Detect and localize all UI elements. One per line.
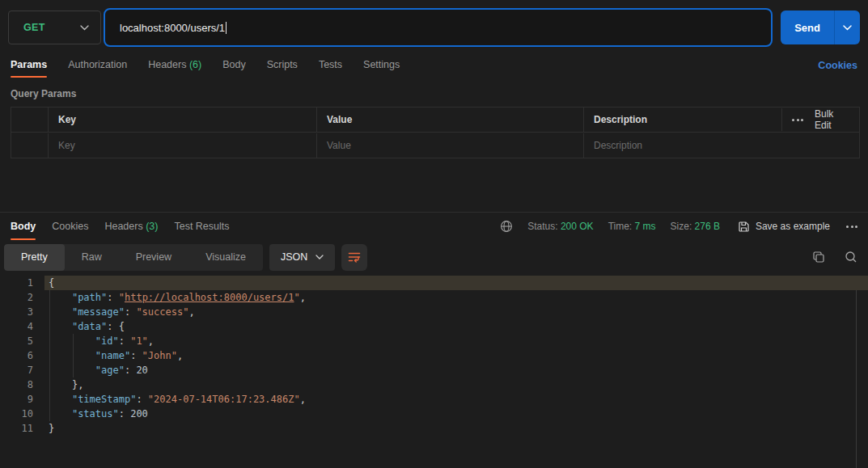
code-line: 7 "age": 20 xyxy=(0,363,868,377)
response-section: Body Cookies Headers (3) Test Results St… xyxy=(0,212,868,468)
response-meta: Status: 200 OK Time: 7 ms Size: 276 B Sa… xyxy=(500,220,857,233)
line-number: 10 xyxy=(0,407,44,421)
response-headers-count-badge: (3) xyxy=(146,221,158,232)
chevron-down-icon xyxy=(80,25,89,31)
bulk-edit-button[interactable]: Bulk Edit xyxy=(815,108,849,131)
format-label: JSON xyxy=(281,251,307,263)
tab-tests[interactable]: Tests xyxy=(319,54,342,78)
line-number: 6 xyxy=(0,348,44,363)
response-tab-body[interactable]: Body xyxy=(11,213,36,240)
url-input[interactable]: localhost:8000/users/1 xyxy=(104,8,773,47)
request-bar: GET localhost:8000/users/1 Send xyxy=(0,0,868,53)
save-as-example-button[interactable]: Save as example xyxy=(738,221,830,233)
code-line: 6 "name": "John", xyxy=(0,348,868,363)
status-group: Status: 200 OK xyxy=(527,221,593,232)
view-preview[interactable]: Preview xyxy=(119,244,188,271)
more-options-icon[interactable] xyxy=(792,119,803,121)
query-params-table: Key Value Description Bulk Edit Key Valu… xyxy=(11,107,860,158)
view-visualize[interactable]: Visualize xyxy=(188,244,263,271)
tab-headers[interactable]: Headers (6) xyxy=(148,54,201,78)
response-tab-cookies[interactable]: Cookies xyxy=(52,213,88,240)
cookies-link[interactable]: Cookies xyxy=(818,60,857,71)
toolbar-right-icons xyxy=(812,251,857,264)
tab-params[interactable]: Params xyxy=(11,54,47,78)
value-input[interactable]: Value xyxy=(316,133,583,158)
response-editor-lines: 1{2 "path": "http://localhost:8000/users… xyxy=(0,276,868,436)
status-label: Status: xyxy=(527,221,557,232)
line-number: 1 xyxy=(0,276,44,290)
save-icon xyxy=(738,221,750,233)
send-label[interactable]: Send xyxy=(781,11,834,44)
headers-count-badge: (6) xyxy=(189,59,201,70)
time-group: Time: 7 ms xyxy=(608,221,656,232)
size-label: Size: xyxy=(671,221,692,232)
tab-settings[interactable]: Settings xyxy=(363,54,400,78)
response-tab-headers[interactable]: Headers (3) xyxy=(104,213,158,240)
size-value: 276 B xyxy=(695,221,720,232)
response-editor[interactable]: 1{2 "path": "http://localhost:8000/users… xyxy=(0,276,868,468)
query-params-placeholder-row: Key Value Description xyxy=(11,132,859,158)
network-globe-icon[interactable] xyxy=(500,220,513,233)
code-line: 9 "timeStamp": "2024-07-14T06:17:23.486Z… xyxy=(0,392,868,407)
send-options-button[interactable] xyxy=(835,11,860,44)
code-line: 11} xyxy=(0,421,868,436)
column-header-description: Description xyxy=(583,108,781,132)
tab-scripts[interactable]: Scripts xyxy=(267,54,298,78)
response-more-options-icon[interactable] xyxy=(846,226,857,228)
status-value: 200 OK xyxy=(561,221,594,232)
code-line: 4 "data": { xyxy=(0,319,868,334)
code-line: 10 "status": 200 xyxy=(0,407,868,421)
response-toolbar: Pretty Raw Preview Visualize JSON xyxy=(0,240,868,272)
code-line: 8 }, xyxy=(0,377,868,392)
save-as-example-label: Save as example xyxy=(756,221,830,232)
view-raw[interactable]: Raw xyxy=(65,244,119,271)
line-number: 5 xyxy=(0,334,44,348)
line-number: 3 xyxy=(0,305,44,319)
copy-icon[interactable] xyxy=(812,251,825,264)
column-header-key: Key xyxy=(48,108,316,132)
size-group: Size: 276 B xyxy=(671,221,720,232)
description-input[interactable]: Description xyxy=(583,133,859,158)
response-header: Body Cookies Headers (3) Test Results St… xyxy=(0,213,868,240)
line-number: 7 xyxy=(0,363,44,377)
chevron-down-icon xyxy=(315,255,324,259)
select-all-cell[interactable] xyxy=(11,113,48,126)
wrap-text-button[interactable] xyxy=(341,244,367,271)
request-tabs: Params Authorization Headers (6) Body Sc… xyxy=(0,53,868,78)
code-line: 5 "id": "1", xyxy=(0,334,868,348)
json-link[interactable]: http://localhost:8000/users/1 xyxy=(125,292,294,303)
format-dropdown[interactable]: JSON xyxy=(269,244,335,271)
bulk-edit-cell: Bulk Edit xyxy=(781,108,859,131)
query-params-header-row: Key Value Description Bulk Edit xyxy=(11,108,859,132)
send-button[interactable]: Send xyxy=(781,11,860,44)
key-input[interactable]: Key xyxy=(48,133,316,158)
tab-authorization[interactable]: Authorization xyxy=(68,54,127,78)
time-label: Time: xyxy=(608,221,633,232)
response-tab-test-results[interactable]: Test Results xyxy=(174,213,229,240)
method-label: GET xyxy=(23,22,45,33)
view-pretty[interactable]: Pretty xyxy=(4,244,65,271)
time-value: 7 ms xyxy=(635,221,656,232)
text-caret xyxy=(226,22,227,34)
code-line: 2 "path": "http://localhost:8000/users/1… xyxy=(0,290,868,305)
line-number: 11 xyxy=(0,421,44,436)
search-icon[interactable] xyxy=(845,251,857,264)
code-line: 3 "message": "success", xyxy=(0,305,868,319)
column-header-value: Value xyxy=(316,108,583,132)
view-switcher: Pretty Raw Preview Visualize xyxy=(4,244,263,271)
line-number: 2 xyxy=(0,290,44,305)
row-checkbox-cell[interactable] xyxy=(11,139,48,152)
line-number: 9 xyxy=(0,392,44,407)
method-selector[interactable]: GET xyxy=(8,11,101,44)
url-value: localhost:8000/users/1 xyxy=(120,22,225,34)
tab-body[interactable]: Body xyxy=(222,54,246,78)
line-number: 8 xyxy=(0,377,44,392)
code-line: 1{ xyxy=(0,276,868,290)
query-params-title: Query Params xyxy=(0,78,868,107)
line-number: 4 xyxy=(0,319,44,334)
